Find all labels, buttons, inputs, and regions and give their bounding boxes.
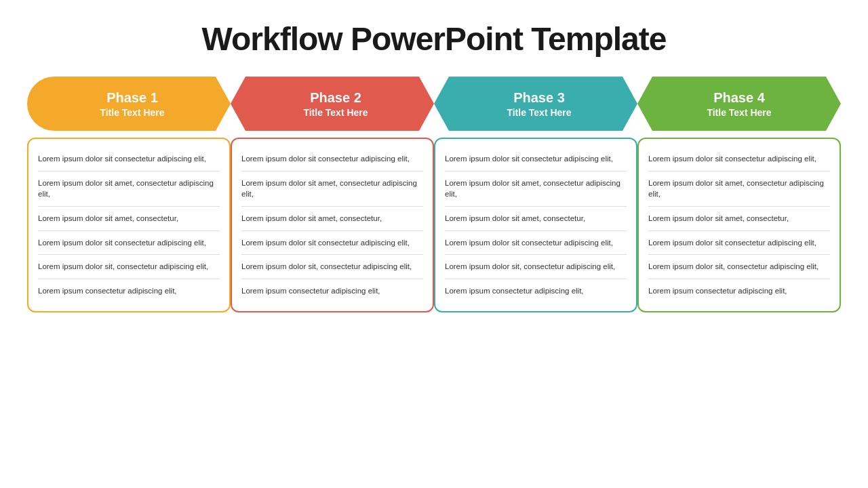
list-item: Lorem ipsum dolor sit consectetur adipis… bbox=[241, 147, 423, 171]
phase-2-subtitle: Title Text Here bbox=[303, 107, 368, 118]
list-item: Lorem ipsum dolor sit amet, consectetur, bbox=[648, 207, 830, 231]
phase-3-wrapper: Phase 3 Title Text Here Lorem ipsum dolo… bbox=[434, 77, 637, 312]
phase-4-header: Phase 4 Title Text Here bbox=[637, 77, 841, 131]
phase-1-label: Phase 1 bbox=[106, 90, 158, 106]
list-item: Lorem ipsum dolor sit, consectetur adipi… bbox=[445, 255, 627, 279]
list-item: Lorem ipsum dolor sit consectetur adipis… bbox=[38, 147, 220, 171]
list-item: Lorem ipsum dolor sit amet, consectetur … bbox=[241, 171, 423, 207]
phase-4-wrapper: Phase 4 Title Text Here Lorem ipsum dolo… bbox=[637, 77, 841, 312]
phase-4-subtitle: Title Text Here bbox=[707, 107, 771, 118]
list-item: Lorem ipsum dolor sit consectetur adipis… bbox=[648, 147, 830, 171]
list-item: Lorem ipsum dolor sit consectetur adipis… bbox=[241, 231, 423, 256]
list-item: Lorem ipsum dolor sit consectetur adipis… bbox=[38, 231, 220, 256]
phase-3-label: Phase 3 bbox=[513, 90, 565, 106]
phase-3-body: Lorem ipsum dolor sit consectetur adipis… bbox=[434, 138, 637, 312]
list-item: Lorem ipsum dolor sit, consectetur adipi… bbox=[38, 255, 220, 279]
list-item: Lorem ipsum consectetur adipiscing elit, bbox=[648, 279, 830, 303]
phase-3-header: Phase 3 Title Text Here bbox=[434, 77, 637, 131]
phase-3-subtitle: Title Text Here bbox=[507, 107, 571, 118]
phase-2-label: Phase 2 bbox=[310, 90, 361, 106]
phase-2-wrapper: Phase 2 Title Text Here Lorem ipsum dolo… bbox=[231, 77, 434, 312]
list-item: Lorem ipsum dolor sit amet, consectetur … bbox=[445, 171, 627, 207]
list-item: Lorem ipsum dolor sit, consectetur adipi… bbox=[241, 255, 423, 279]
phase-2-body: Lorem ipsum dolor sit consectetur adipis… bbox=[231, 138, 434, 312]
phase-1-body: Lorem ipsum dolor sit consectetur adipis… bbox=[27, 138, 231, 312]
phase-4-label: Phase 4 bbox=[713, 90, 765, 106]
phase-4-body: Lorem ipsum dolor sit consectetur adipis… bbox=[637, 138, 841, 312]
list-item: Lorem ipsum dolor sit amet, consectetur … bbox=[38, 171, 220, 207]
phase-1-subtitle: Title Text Here bbox=[100, 107, 164, 118]
workflow-container: Phase 1 Title Text Here Lorem ipsum dolo… bbox=[27, 77, 841, 312]
list-item: Lorem ipsum dolor sit amet, consectetur … bbox=[648, 171, 830, 207]
list-item: Lorem ipsum dolor sit, consectetur adipi… bbox=[648, 255, 830, 279]
list-item: Lorem ipsum dolor sit amet, consectetur, bbox=[38, 207, 220, 231]
list-item: Lorem ipsum consectetur adipiscing elit, bbox=[38, 279, 220, 303]
list-item: Lorem ipsum dolor sit consectetur adipis… bbox=[445, 231, 627, 256]
list-item: Lorem ipsum dolor sit amet, consectetur, bbox=[241, 207, 423, 231]
list-item: Lorem ipsum dolor sit amet, consectetur, bbox=[445, 207, 627, 231]
list-item: Lorem ipsum consectetur adipiscing elit, bbox=[241, 279, 423, 303]
phase-2-header: Phase 2 Title Text Here bbox=[231, 77, 434, 131]
phase-1-header: Phase 1 Title Text Here bbox=[27, 77, 231, 131]
phase-1-wrapper: Phase 1 Title Text Here Lorem ipsum dolo… bbox=[27, 77, 231, 312]
list-item: Lorem ipsum dolor sit consectetur adipis… bbox=[445, 147, 627, 171]
page-title: Workflow PowerPoint Template bbox=[202, 20, 667, 58]
list-item: Lorem ipsum consectetur adipiscing elit, bbox=[445, 279, 627, 303]
list-item: Lorem ipsum dolor sit consectetur adipis… bbox=[648, 231, 830, 256]
